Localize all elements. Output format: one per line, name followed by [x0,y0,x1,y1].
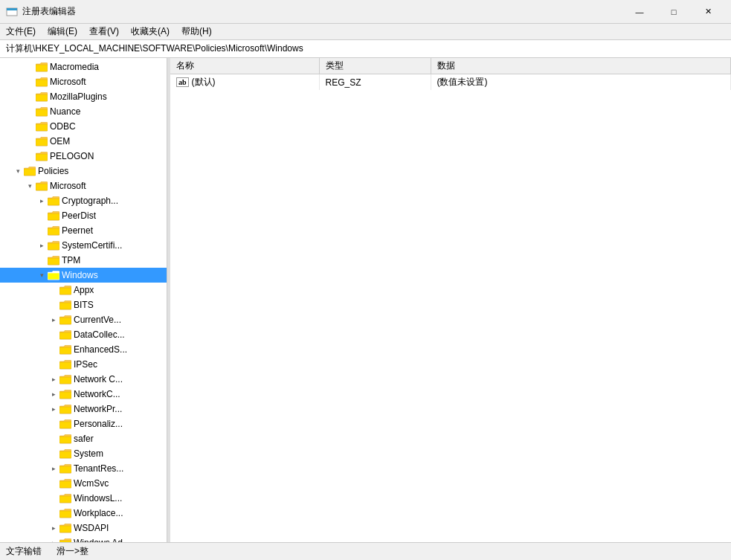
folder-icon [48,255,59,265]
tree-item-enhanceds[interactable]: EnhancedS... [0,342,167,357]
expand-icon[interactable]: ▸ [48,537,59,542]
folder-icon [59,463,71,474]
expand-spacer [24,61,36,73]
expand-icon[interactable]: ▸ [48,388,59,400]
tree-item-networkp[interactable]: ▸ NetworkPr... [0,402,167,416]
menu-edit[interactable]: 编辑(E) [42,24,83,39]
tree-item-policies[interactable]: ▾ Policies [0,164,167,178]
col-header-name[interactable]: 名称 [170,58,319,74]
tree-item-datacollec[interactable]: DataCollec... [0,327,167,342]
tree-item-appx[interactable]: Appx [0,283,167,297]
table-row[interactable]: ab (默认) REG_SZ(数值未设置) [170,74,731,91]
minimize-button[interactable]: — [622,0,657,24]
tree-label: Network C... [74,374,123,384]
col-header-type[interactable]: 类型 [319,58,431,74]
menu-help[interactable]: 帮助(H) [175,24,218,39]
folder-icon [59,374,71,384]
menu-view[interactable]: 查看(V) [83,24,125,39]
expand-spacer [48,477,59,489]
expand-icon[interactable]: ▸ [36,239,48,251]
tree-item-peernet[interactable]: Peernet [0,223,167,238]
tree-label: DataCollec... [74,329,125,340]
expand-spacer [36,225,48,236]
tree-item-wcmsvc[interactable]: WcmSvc [0,476,167,491]
col-header-data[interactable]: 数据 [431,58,731,74]
expand-icon[interactable]: ▸ [48,403,59,415]
expand-icon[interactable]: ▾ [12,165,24,177]
tree-label: Peernet [62,225,93,236]
tree-label: Cryptograph... [62,196,118,206]
tree-label: OEM [50,136,70,147]
maximize-button[interactable]: □ [657,0,691,24]
tree-label: Workplace... [74,508,123,518]
tree-item-wsdapi[interactable]: ▸ WSDAPI [0,521,167,535]
status-right: 滑一>整 [57,545,88,558]
tree-item-workplace[interactable]: Workplace... [0,506,167,521]
folder-icon [59,285,71,295]
tree-item-macromedia[interactable]: Macromedia [0,59,167,74]
expand-spacer [24,120,36,132]
tree-item-pelogon[interactable]: PELOGON [0,149,167,164]
window-title: 注册表编辑器 [22,5,622,18]
expand-icon[interactable]: ▸ [48,373,59,385]
expand-spacer [48,433,59,445]
expand-spacer [48,492,59,504]
tree-panel[interactable]: Macromedia Microsoft MozillaPlugins Nuan… [0,58,167,542]
cell-name: ab (默认) [170,74,319,91]
tree-item-peerdist[interactable]: PeerDist [0,208,167,223]
tree-item-microsoft2[interactable]: ▾ Microsoft [0,178,167,193]
tree-item-systemcertifi[interactable]: ▸ SystemCertifi... [0,238,167,253]
folder-icon [36,91,48,102]
expand-icon[interactable]: ▸ [48,522,59,534]
folder-icon [59,344,71,355]
expand-icon[interactable]: ▸ [36,195,48,207]
menu-favorites[interactable]: 收藏夹(A) [125,24,175,39]
tree-item-safer[interactable]: safer [0,431,167,446]
folder-icon [59,478,71,489]
cell-type: REG_SZ [319,74,431,91]
tree-item-currentve[interactable]: ▸ CurrentVe... [0,312,167,327]
tree-item-oem[interactable]: OEM [0,134,167,149]
cell-data: (数值未设置) [431,74,731,91]
expand-spacer [24,150,36,162]
tree-item-windowsl[interactable]: WindowsL... [0,491,167,506]
folder-icon [36,77,48,87]
tree-item-windows[interactable]: ▾ Windows [0,268,167,283]
address-path: 计算机\HKEY_LOCAL_MACHINE\SOFTWARE\Policies… [6,42,303,55]
folder-icon [36,151,48,161]
folder-icon [59,434,71,444]
tree-item-odbc[interactable]: ODBC [0,119,167,134]
tree-item-mozillaplugins[interactable]: MozillaPlugins [0,89,167,104]
expand-spacer [24,76,36,88]
tree-item-ipsec[interactable]: IPSec [0,357,167,372]
expand-spacer [24,91,36,103]
folder-icon [59,508,71,518]
tree-item-bits[interactable]: BITS [0,297,167,312]
tree-label: BITS [74,300,94,310]
tree-item-nuance[interactable]: Nuance [0,104,167,119]
tree-item-tenantres[interactable]: ▸ TenantRes... [0,461,167,476]
tree-item-microsoft1[interactable]: Microsoft [0,74,167,89]
folder-icon [59,419,71,429]
tree-item-windowsad[interactable]: ▸ Windows Ad... [0,535,167,542]
expand-icon[interactable]: ▸ [48,314,59,326]
expand-spacer [48,284,59,296]
tree-item-personaliz[interactable]: Personaliz... [0,416,167,431]
folder-icon [59,389,71,399]
status-left: 文字输错 [6,545,42,558]
tree-item-system[interactable]: System [0,446,167,461]
tree-label: PELOGON [50,151,94,161]
folder-icon [59,404,71,414]
close-button[interactable]: ✕ [691,0,725,24]
registry-table[interactable]: 名称 类型 数据 ab (默认) REG_SZ(数值未设置) [170,58,731,542]
tree-item-cryptography[interactable]: ▸ Cryptograph... [0,193,167,208]
tree-item-networkc1[interactable]: ▸ Network C... [0,372,167,387]
tree-label: Nuance [50,106,80,117]
menu-file[interactable]: 文件(E) [0,24,42,39]
folder-icon [59,315,71,325]
tree-item-tpm[interactable]: TPM [0,253,167,268]
tree-item-networkc2[interactable]: ▸ NetworkC... [0,387,167,402]
expand-icon[interactable]: ▾ [24,180,36,192]
expand-icon[interactable]: ▾ [36,269,48,281]
expand-icon[interactable]: ▸ [48,463,59,474]
